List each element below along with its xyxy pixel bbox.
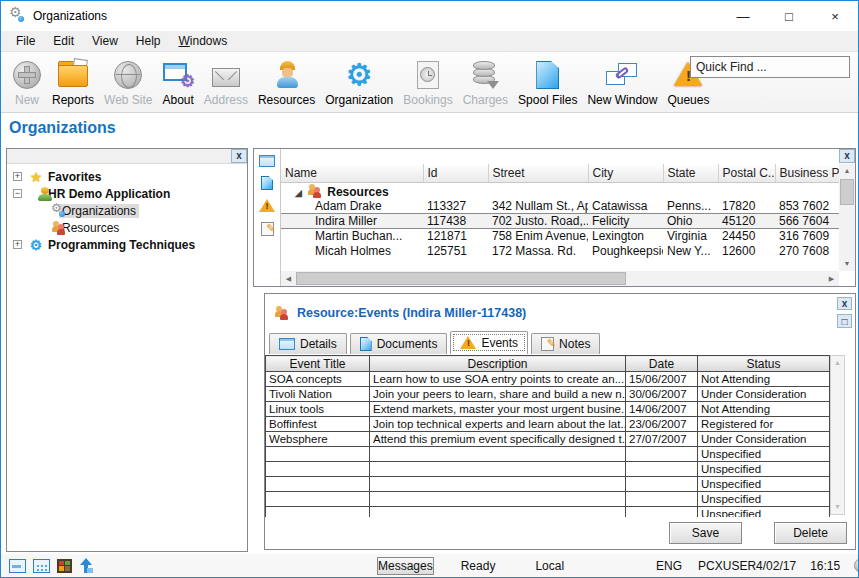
table-row[interactable]: Linux tools Extend markets, master your …	[266, 402, 830, 417]
col-name[interactable]: Name	[281, 164, 423, 182]
scroll-down-icon[interactable]: ▼	[831, 500, 844, 514]
details-icon	[279, 338, 295, 350]
notes-icon[interactable]: ✎	[261, 222, 274, 236]
table-row[interactable]: Micah Holmes 125751 172 Massa. Rd. Pough…	[281, 244, 839, 259]
documents-icon[interactable]	[261, 176, 273, 190]
group-expanded-icon[interactable]: ◢	[295, 188, 302, 198]
col-status[interactable]: Status	[698, 356, 830, 372]
menu-file[interactable]: File	[7, 32, 44, 50]
quick-find-input[interactable]	[690, 56, 850, 78]
tab-notes[interactable]: ✎ Notes	[531, 333, 600, 354]
notes-icon: ✎	[541, 337, 554, 351]
detail-panel-maximize-icon[interactable]: □	[837, 314, 852, 328]
color-palette-icon[interactable]	[57, 559, 72, 573]
detail-panel-header: Resource:Events (Indira Miller-117438) x…	[265, 294, 855, 324]
status-bar: Messages Ready Local ENG PCXUSER 4/02/17…	[1, 554, 858, 577]
resources-grid-panel: ! ✎ x Name Id Street City State	[253, 148, 856, 287]
col-date[interactable]: Date	[626, 356, 698, 372]
table-row[interactable]: Unspecified	[266, 447, 830, 462]
reports-button[interactable]: Reports	[47, 56, 99, 107]
events-vertical-scrollbar[interactable]: ▲ ▼	[830, 355, 845, 515]
horizontal-scrollbar[interactable]: ◀ ▶	[281, 271, 839, 286]
tab-documents[interactable]: Documents	[350, 333, 448, 354]
col-street[interactable]: Street	[488, 164, 588, 182]
table-row-selected[interactable]: Indira Miller 117438 702 Justo. Road,...…	[281, 214, 839, 229]
status-language: ENG	[656, 559, 682, 573]
status-user: PCXUSER	[698, 559, 756, 573]
menu-help[interactable]: Help	[127, 32, 170, 50]
menu-windows[interactable]: Windows	[170, 32, 237, 50]
table-row[interactable]: Boffinfest Join top technical experts an…	[266, 417, 830, 432]
tab-events[interactable]: ! Events	[450, 331, 528, 354]
collapse-icon[interactable]: −	[13, 189, 22, 198]
details-icon[interactable]	[259, 155, 275, 167]
tree-item-programming-techniques[interactable]: + ⚙ Programming Techniques	[7, 236, 247, 253]
tab-details[interactable]: Details	[269, 333, 347, 354]
close-button[interactable]: ×	[812, 1, 858, 31]
minimize-button[interactable]: —	[720, 1, 766, 31]
maximize-button[interactable]: □	[766, 1, 812, 31]
scroll-right-icon[interactable]: ▶	[824, 275, 839, 283]
col-business-phone[interactable]: Business Phone	[775, 164, 839, 182]
menu-edit[interactable]: Edit	[44, 32, 83, 50]
scroll-up-icon[interactable]: ▲	[839, 164, 855, 178]
table-row[interactable]: Unspecified	[266, 492, 830, 507]
scroll-up-icon[interactable]: ▲	[831, 356, 844, 370]
restore-window-icon[interactable]	[9, 559, 26, 573]
table-row[interactable]: Websphere Attend this premium event spec…	[266, 432, 830, 447]
scroll-down-icon[interactable]: ▼	[839, 257, 855, 271]
col-postal[interactable]: Postal C...	[718, 164, 775, 182]
events-icon: !	[460, 336, 476, 350]
page-title: Organizations	[1, 113, 858, 145]
table-row[interactable]: Unspecified	[266, 462, 830, 477]
tree-panel-close-icon[interactable]: x	[231, 149, 247, 163]
col-city[interactable]: City	[588, 164, 663, 182]
database-icon	[472, 58, 498, 92]
resources-panel-close-icon[interactable]: x	[839, 149, 855, 163]
organization-button[interactable]: ⚙ Organization	[320, 56, 398, 107]
col-state[interactable]: State	[663, 164, 718, 182]
menu-bar: File Edit View Help Windows	[1, 31, 858, 52]
col-id[interactable]: Id	[423, 164, 488, 182]
person-icon	[27, 186, 45, 202]
grid-window-icon[interactable]	[33, 559, 50, 573]
expand-icon[interactable]: +	[13, 172, 22, 181]
detail-panel-close-icon[interactable]: x	[837, 297, 852, 310]
navigation-tree-panel: x + ★ Favorites − HR Demo Application ⚙ …	[6, 148, 248, 552]
tree-item-resources[interactable]: Resources	[7, 219, 247, 236]
blue-document-icon	[536, 58, 559, 92]
status-indicator	[854, 558, 859, 573]
messages-button[interactable]: Messages	[377, 557, 434, 575]
vertical-scrollbar[interactable]: ▲ ▼	[839, 164, 855, 271]
table-row[interactable]: SOA concepts Learn how to use SOA entry …	[266, 372, 830, 387]
menu-view[interactable]: View	[83, 32, 127, 50]
table-row[interactable]: Tivoli Nation Join your peers to learn, …	[266, 387, 830, 402]
new-window-button[interactable]: New Window	[582, 56, 662, 107]
save-button[interactable]: Save	[669, 522, 742, 544]
spool-files-button[interactable]: Spool Files	[513, 56, 582, 107]
col-description[interactable]: Description	[370, 356, 626, 372]
resources-button[interactable]: Resources	[253, 56, 320, 107]
detail-shortcut-strip: ! ✎	[254, 149, 281, 286]
events-icon[interactable]: !	[259, 199, 275, 213]
resources-group-row[interactable]: ◢ Resources	[281, 182, 839, 199]
main-content: x + ★ Favorites − HR Demo Application ⚙ …	[1, 146, 858, 554]
tree-item-organizations[interactable]: ⚙ Organizations	[7, 202, 247, 219]
scroll-left-icon[interactable]: ◀	[281, 275, 296, 283]
table-row[interactable]: Unspecified	[266, 507, 830, 518]
col-event-title[interactable]: Event Title	[266, 356, 370, 372]
tree-item-favorites[interactable]: + ★ Favorites	[7, 168, 247, 185]
tree-item-hr-demo-application[interactable]: − HR Demo Application	[7, 185, 247, 202]
sort-up-icon[interactable]	[79, 558, 93, 574]
table-row[interactable]: Unspecified	[266, 477, 830, 492]
people-icon	[306, 183, 324, 199]
scrollbar-thumb[interactable]	[840, 179, 854, 205]
resource-events-panel: Resource:Events (Indira Miller-117438) x…	[264, 293, 856, 550]
table-row[interactable]: Martin Buchan... 121871 758 Enim Avenue,…	[281, 229, 839, 244]
table-row[interactable]: Adam Drake 113327 342 Nullam St., Ap... …	[281, 199, 839, 214]
scrollbar-thumb[interactable]	[296, 272, 626, 285]
about-button[interactable]: ⚙ About	[158, 56, 199, 107]
delete-button[interactable]: Delete	[774, 522, 847, 544]
expand-icon[interactable]: +	[13, 240, 22, 249]
web-site-button: Web Site	[99, 56, 157, 107]
